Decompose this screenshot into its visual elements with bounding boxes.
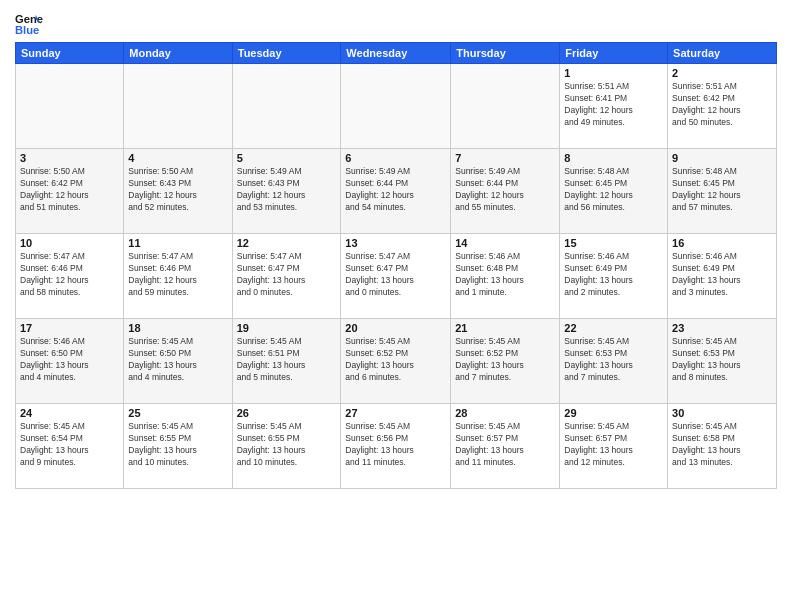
day-number: 6 xyxy=(345,152,446,164)
day-info: Sunrise: 5:49 AM Sunset: 6:44 PM Dayligh… xyxy=(345,166,446,214)
calendar-day-header: Sunday xyxy=(16,43,124,64)
day-info: Sunrise: 5:50 AM Sunset: 6:42 PM Dayligh… xyxy=(20,166,119,214)
day-number: 15 xyxy=(564,237,663,249)
calendar-cell: 30Sunrise: 5:45 AM Sunset: 6:58 PM Dayli… xyxy=(668,404,777,489)
day-info: Sunrise: 5:45 AM Sunset: 6:53 PM Dayligh… xyxy=(564,336,663,384)
day-number: 21 xyxy=(455,322,555,334)
svg-text:Blue: Blue xyxy=(15,24,39,36)
calendar-cell: 24Sunrise: 5:45 AM Sunset: 6:54 PM Dayli… xyxy=(16,404,124,489)
calendar-cell: 9Sunrise: 5:48 AM Sunset: 6:45 PM Daylig… xyxy=(668,149,777,234)
logo: General Blue xyxy=(15,10,43,38)
day-number: 25 xyxy=(128,407,227,419)
calendar-cell: 29Sunrise: 5:45 AM Sunset: 6:57 PM Dayli… xyxy=(560,404,668,489)
day-info: Sunrise: 5:49 AM Sunset: 6:44 PM Dayligh… xyxy=(455,166,555,214)
day-number: 18 xyxy=(128,322,227,334)
day-number: 13 xyxy=(345,237,446,249)
calendar-cell: 20Sunrise: 5:45 AM Sunset: 6:52 PM Dayli… xyxy=(341,319,451,404)
day-number: 30 xyxy=(672,407,772,419)
day-number: 16 xyxy=(672,237,772,249)
calendar-cell: 25Sunrise: 5:45 AM Sunset: 6:55 PM Dayli… xyxy=(124,404,232,489)
calendar-cell: 1Sunrise: 5:51 AM Sunset: 6:41 PM Daylig… xyxy=(560,64,668,149)
day-info: Sunrise: 5:51 AM Sunset: 6:41 PM Dayligh… xyxy=(564,81,663,129)
calendar-cell: 8Sunrise: 5:48 AM Sunset: 6:45 PM Daylig… xyxy=(560,149,668,234)
day-number: 5 xyxy=(237,152,337,164)
header: General Blue xyxy=(15,10,777,38)
calendar-cell xyxy=(16,64,124,149)
calendar-cell: 16Sunrise: 5:46 AM Sunset: 6:49 PM Dayli… xyxy=(668,234,777,319)
day-number: 20 xyxy=(345,322,446,334)
calendar-cell: 28Sunrise: 5:45 AM Sunset: 6:57 PM Dayli… xyxy=(451,404,560,489)
calendar-cell: 21Sunrise: 5:45 AM Sunset: 6:52 PM Dayli… xyxy=(451,319,560,404)
calendar-cell: 27Sunrise: 5:45 AM Sunset: 6:56 PM Dayli… xyxy=(341,404,451,489)
day-number: 10 xyxy=(20,237,119,249)
day-number: 27 xyxy=(345,407,446,419)
logo-icon: General Blue xyxy=(15,10,43,38)
calendar-cell: 23Sunrise: 5:45 AM Sunset: 6:53 PM Dayli… xyxy=(668,319,777,404)
day-info: Sunrise: 5:45 AM Sunset: 6:54 PM Dayligh… xyxy=(20,421,119,469)
calendar-table: SundayMondayTuesdayWednesdayThursdayFrid… xyxy=(15,42,777,489)
day-number: 28 xyxy=(455,407,555,419)
calendar-cell: 7Sunrise: 5:49 AM Sunset: 6:44 PM Daylig… xyxy=(451,149,560,234)
calendar-cell xyxy=(451,64,560,149)
day-info: Sunrise: 5:47 AM Sunset: 6:46 PM Dayligh… xyxy=(128,251,227,299)
day-info: Sunrise: 5:45 AM Sunset: 6:53 PM Dayligh… xyxy=(672,336,772,384)
calendar-cell: 10Sunrise: 5:47 AM Sunset: 6:46 PM Dayli… xyxy=(16,234,124,319)
day-info: Sunrise: 5:45 AM Sunset: 6:52 PM Dayligh… xyxy=(345,336,446,384)
calendar-cell: 18Sunrise: 5:45 AM Sunset: 6:50 PM Dayli… xyxy=(124,319,232,404)
calendar-cell: 19Sunrise: 5:45 AM Sunset: 6:51 PM Dayli… xyxy=(232,319,341,404)
day-info: Sunrise: 5:45 AM Sunset: 6:52 PM Dayligh… xyxy=(455,336,555,384)
calendar-cell: 15Sunrise: 5:46 AM Sunset: 6:49 PM Dayli… xyxy=(560,234,668,319)
calendar-cell: 5Sunrise: 5:49 AM Sunset: 6:43 PM Daylig… xyxy=(232,149,341,234)
day-number: 12 xyxy=(237,237,337,249)
calendar-header-row: SundayMondayTuesdayWednesdayThursdayFrid… xyxy=(16,43,777,64)
day-number: 3 xyxy=(20,152,119,164)
day-number: 26 xyxy=(237,407,337,419)
calendar-cell: 11Sunrise: 5:47 AM Sunset: 6:46 PM Dayli… xyxy=(124,234,232,319)
day-number: 22 xyxy=(564,322,663,334)
day-info: Sunrise: 5:45 AM Sunset: 6:50 PM Dayligh… xyxy=(128,336,227,384)
day-info: Sunrise: 5:51 AM Sunset: 6:42 PM Dayligh… xyxy=(672,81,772,129)
calendar-week-row: 3Sunrise: 5:50 AM Sunset: 6:42 PM Daylig… xyxy=(16,149,777,234)
day-info: Sunrise: 5:45 AM Sunset: 6:56 PM Dayligh… xyxy=(345,421,446,469)
day-info: Sunrise: 5:45 AM Sunset: 6:55 PM Dayligh… xyxy=(237,421,337,469)
day-info: Sunrise: 5:45 AM Sunset: 6:58 PM Dayligh… xyxy=(672,421,772,469)
day-number: 4 xyxy=(128,152,227,164)
calendar-cell: 14Sunrise: 5:46 AM Sunset: 6:48 PM Dayli… xyxy=(451,234,560,319)
calendar-week-row: 17Sunrise: 5:46 AM Sunset: 6:50 PM Dayli… xyxy=(16,319,777,404)
calendar-day-header: Thursday xyxy=(451,43,560,64)
day-number: 1 xyxy=(564,67,663,79)
calendar-cell: 3Sunrise: 5:50 AM Sunset: 6:42 PM Daylig… xyxy=(16,149,124,234)
calendar-cell xyxy=(341,64,451,149)
calendar-day-header: Friday xyxy=(560,43,668,64)
calendar-cell xyxy=(124,64,232,149)
calendar-week-row: 24Sunrise: 5:45 AM Sunset: 6:54 PM Dayli… xyxy=(16,404,777,489)
page-container: General Blue SundayMondayTuesdayWednesda… xyxy=(0,0,792,612)
calendar-day-header: Wednesday xyxy=(341,43,451,64)
calendar-cell: 6Sunrise: 5:49 AM Sunset: 6:44 PM Daylig… xyxy=(341,149,451,234)
day-info: Sunrise: 5:47 AM Sunset: 6:47 PM Dayligh… xyxy=(345,251,446,299)
day-number: 23 xyxy=(672,322,772,334)
day-info: Sunrise: 5:46 AM Sunset: 6:49 PM Dayligh… xyxy=(672,251,772,299)
day-number: 17 xyxy=(20,322,119,334)
day-info: Sunrise: 5:45 AM Sunset: 6:57 PM Dayligh… xyxy=(564,421,663,469)
calendar-cell: 2Sunrise: 5:51 AM Sunset: 6:42 PM Daylig… xyxy=(668,64,777,149)
calendar-cell: 4Sunrise: 5:50 AM Sunset: 6:43 PM Daylig… xyxy=(124,149,232,234)
calendar-week-row: 10Sunrise: 5:47 AM Sunset: 6:46 PM Dayli… xyxy=(16,234,777,319)
day-info: Sunrise: 5:45 AM Sunset: 6:55 PM Dayligh… xyxy=(128,421,227,469)
day-info: Sunrise: 5:45 AM Sunset: 6:51 PM Dayligh… xyxy=(237,336,337,384)
day-info: Sunrise: 5:48 AM Sunset: 6:45 PM Dayligh… xyxy=(672,166,772,214)
calendar-cell: 17Sunrise: 5:46 AM Sunset: 6:50 PM Dayli… xyxy=(16,319,124,404)
day-number: 11 xyxy=(128,237,227,249)
day-number: 14 xyxy=(455,237,555,249)
day-info: Sunrise: 5:49 AM Sunset: 6:43 PM Dayligh… xyxy=(237,166,337,214)
day-info: Sunrise: 5:47 AM Sunset: 6:47 PM Dayligh… xyxy=(237,251,337,299)
day-info: Sunrise: 5:46 AM Sunset: 6:48 PM Dayligh… xyxy=(455,251,555,299)
day-number: 8 xyxy=(564,152,663,164)
calendar-cell: 13Sunrise: 5:47 AM Sunset: 6:47 PM Dayli… xyxy=(341,234,451,319)
day-info: Sunrise: 5:45 AM Sunset: 6:57 PM Dayligh… xyxy=(455,421,555,469)
day-number: 19 xyxy=(237,322,337,334)
calendar-cell: 26Sunrise: 5:45 AM Sunset: 6:55 PM Dayli… xyxy=(232,404,341,489)
day-info: Sunrise: 5:48 AM Sunset: 6:45 PM Dayligh… xyxy=(564,166,663,214)
day-info: Sunrise: 5:46 AM Sunset: 6:49 PM Dayligh… xyxy=(564,251,663,299)
calendar-cell: 22Sunrise: 5:45 AM Sunset: 6:53 PM Dayli… xyxy=(560,319,668,404)
